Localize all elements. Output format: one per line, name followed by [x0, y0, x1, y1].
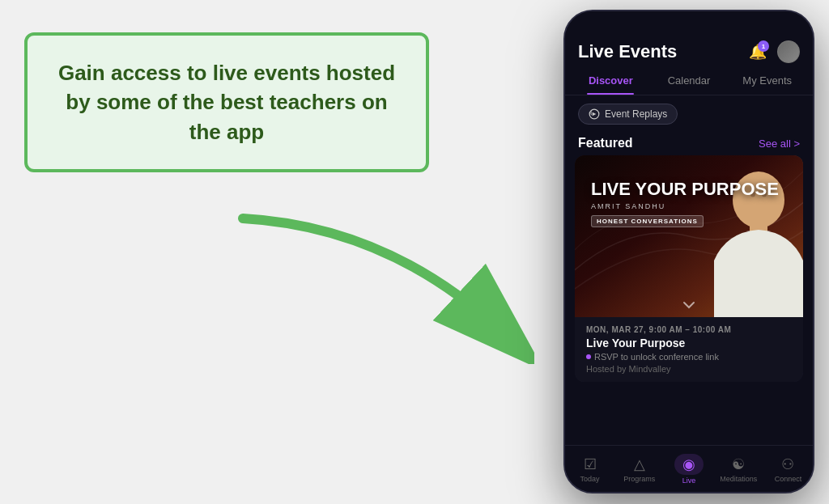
- nav-connect-label: Connect: [775, 475, 802, 483]
- card-rsvp-text: RSVP to unlock conference link: [594, 352, 719, 362]
- card-date: MON, MAR 27, 9:00 AM – 10:00 AM: [586, 325, 792, 334]
- bottom-nav: ☑ Today △ Programs ◉ Live ☯ Meditations …: [565, 445, 813, 492]
- replays-section: Event Replays: [565, 95, 813, 129]
- tab-discover[interactable]: Discover: [572, 70, 650, 91]
- live-icon: ◉: [682, 456, 695, 472]
- app-title: Live Events: [578, 41, 677, 62]
- event-replays-button[interactable]: Event Replays: [578, 104, 678, 125]
- card-rsvp-row: RSVP to unlock conference link: [586, 352, 792, 362]
- rsvp-indicator: [586, 354, 591, 359]
- replays-label: Event Replays: [605, 108, 667, 120]
- notification-badge: 1: [758, 40, 769, 52]
- featured-header: Featured See all >: [565, 129, 813, 155]
- promo-box: Gain access to live events hosted by som…: [24, 32, 429, 172]
- avatar-circle: [777, 40, 800, 63]
- user-avatar[interactable]: [777, 40, 800, 63]
- tab-bar: Discover Calendar My Events: [565, 66, 813, 95]
- card-main-title: LIVE YOUR PURPOSE: [591, 180, 779, 199]
- nav-today-label: Today: [580, 475, 600, 483]
- chevron-down-icon: [682, 301, 695, 309]
- nav-programs[interactable]: △ Programs: [614, 451, 664, 488]
- card-event-title: Live Your Purpose: [586, 337, 792, 349]
- card-info: MON, MAR 27, 9:00 AM – 10:00 AM Live You…: [575, 317, 803, 382]
- replay-icon: [589, 108, 600, 120]
- meditations-icon: ☯: [732, 455, 745, 473]
- live-icon-box: ◉: [674, 454, 704, 475]
- header-icons: 🔔 1: [746, 40, 800, 63]
- app-header: Live Events 🔔 1: [565, 34, 813, 66]
- tab-calendar[interactable]: Calendar: [650, 70, 729, 91]
- connect-icon: ⚇: [781, 455, 794, 473]
- nav-meditations-label: Meditations: [720, 475, 757, 483]
- featured-title: Featured: [578, 136, 633, 150]
- card-tag: HONEST CONVERSATIONS: [591, 215, 704, 227]
- today-icon: ☑: [584, 455, 597, 473]
- notification-icon[interactable]: 🔔 1: [746, 40, 769, 63]
- arrow-icon: [227, 202, 534, 364]
- nav-live-label: Live: [682, 476, 696, 485]
- see-all-button[interactable]: See all >: [759, 138, 800, 150]
- promo-text: Gain access to live events hosted by som…: [53, 58, 400, 146]
- nav-meditations[interactable]: ☯ Meditations: [714, 451, 763, 488]
- tab-my-events[interactable]: My Events: [728, 70, 806, 91]
- nav-live[interactable]: ◉ Live: [664, 449, 713, 489]
- nav-today[interactable]: ☑ Today: [565, 451, 614, 488]
- status-bar: [565, 11, 813, 34]
- phone-screen: Live Events 🔔 1 Discover Calendar My Eve…: [565, 11, 813, 492]
- card-speaker-subtitle: AMRIT SANDHU: [591, 202, 779, 210]
- arrow-container: [227, 202, 534, 364]
- programs-icon: △: [634, 455, 645, 473]
- nav-programs-label: Programs: [623, 475, 655, 483]
- nav-connect[interactable]: ⚇ Connect: [763, 451, 813, 488]
- card-hosted-by: Hosted by Mindvalley: [586, 364, 792, 374]
- card-text-overlay: LIVE YOUR PURPOSE AMRIT SANDHU HONEST CO…: [591, 180, 779, 227]
- featured-card[interactable]: LIVE YOUR PURPOSE AMRIT SANDHU HONEST CO…: [575, 155, 803, 382]
- card-image: LIVE YOUR PURPOSE AMRIT SANDHU HONEST CO…: [575, 155, 803, 317]
- phone-mockup: Live Events 🔔 1 Discover Calendar My Eve…: [563, 10, 814, 493]
